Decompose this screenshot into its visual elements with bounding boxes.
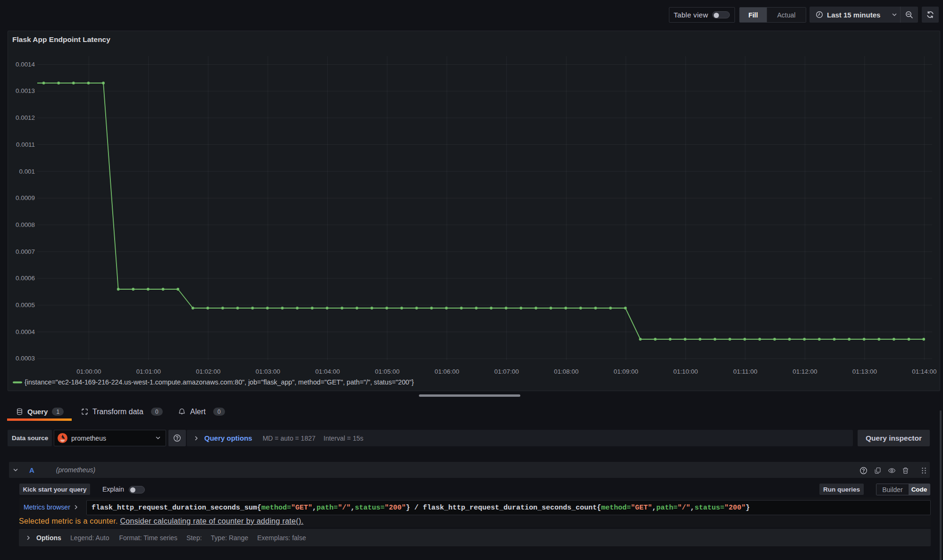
svg-text:0.0004: 0.0004 [16, 328, 35, 335]
svg-text:0.0008: 0.0008 [16, 221, 35, 228]
svg-text:01:00:00: 01:00:00 [76, 368, 101, 375]
svg-text:0.0003: 0.0003 [16, 355, 35, 362]
svg-text:0.0006: 0.0006 [16, 275, 35, 282]
svg-text:0.001: 0.001 [19, 168, 35, 175]
svg-text:0.0007: 0.0007 [16, 248, 35, 255]
svg-text:01:05:00: 01:05:00 [375, 368, 400, 375]
svg-text:0.0005: 0.0005 [16, 301, 35, 309]
svg-text:01:14:00: 01:14:00 [912, 368, 936, 375]
svg-text:0.0014: 0.0014 [16, 61, 35, 68]
svg-text:01:09:00: 01:09:00 [614, 368, 638, 375]
svg-text:01:13:00: 01:13:00 [852, 368, 877, 375]
svg-text:01:12:00: 01:12:00 [793, 368, 817, 375]
svg-text:0.0011: 0.0011 [16, 141, 35, 148]
svg-text:0.0009: 0.0009 [16, 194, 35, 201]
svg-text:0.0012: 0.0012 [16, 114, 35, 121]
svg-text:01:01:00: 01:01:00 [136, 368, 161, 375]
svg-text:01:11:00: 01:11:00 [733, 368, 757, 375]
svg-text:01:10:00: 01:10:00 [673, 368, 698, 375]
svg-text:0.0013: 0.0013 [16, 87, 35, 94]
svg-text:01:07:00: 01:07:00 [494, 368, 519, 375]
svg-text:01:06:00: 01:06:00 [434, 368, 459, 375]
svg-text:01:02:00: 01:02:00 [196, 368, 220, 375]
svg-text:01:04:00: 01:04:00 [315, 368, 340, 375]
svg-text:01:08:00: 01:08:00 [554, 368, 578, 375]
svg-text:01:03:00: 01:03:00 [256, 368, 280, 375]
